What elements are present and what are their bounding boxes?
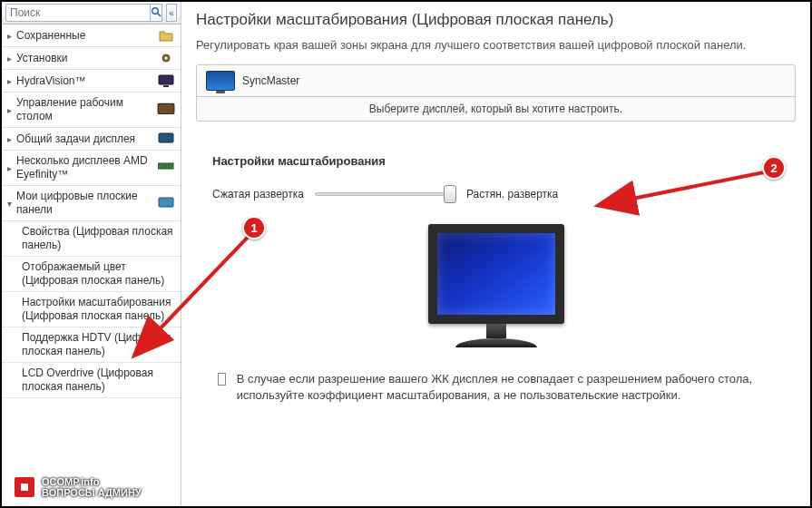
scaling-slider-row: Сжатая развертка Растян. развертка bbox=[212, 188, 779, 200]
group-title: Настройки масштабирования bbox=[212, 154, 779, 168]
sidebar-subitem-label: Свойства (Цифровая плоская панель) bbox=[22, 225, 173, 251]
sidebar-item-label: HydraVision™ bbox=[16, 74, 153, 88]
scaling-checkbox-row: В случае если разрешение вашего ЖК диспл… bbox=[212, 371, 779, 404]
scaling-slider[interactable] bbox=[315, 192, 455, 196]
slider-label-left: Сжатая развертка bbox=[212, 188, 304, 200]
folder-icon bbox=[157, 28, 175, 43]
desktop-icon bbox=[157, 103, 175, 117]
sidebar-item-desktop-mgmt[interactable]: ▸ Управление рабочим столом bbox=[2, 93, 181, 128]
sidebar-item-label: Несколько дисплеев AMD Eyefinity™ bbox=[16, 154, 153, 181]
sidebar-subitem-label: Отображаемый цвет (Цифровая плоская пане… bbox=[22, 260, 164, 287]
multi-display-icon bbox=[157, 161, 175, 175]
sidebar-subnav-dfp: Свойства (Цифровая плоская панель) Отобр… bbox=[2, 221, 181, 398]
chevron-right-icon: ▸ bbox=[7, 31, 16, 41]
flat-panel-icon bbox=[157, 196, 175, 210]
sidebar-subitem-hdtv[interactable]: Поддержка HDTV (Цифровая плоская панель) bbox=[2, 327, 181, 363]
collapse-sidebar-button[interactable]: « bbox=[166, 4, 177, 22]
chevron-double-left-icon: « bbox=[169, 8, 174, 18]
sidebar-item-dfp[interactable]: ▾ Мои цифровые плоские панели bbox=[2, 186, 181, 221]
main-panel: Настройки масштабирования (Цифровая плос… bbox=[181, 2, 810, 506]
sidebar-item-eyefinity[interactable]: ▸ Несколько дисплеев AMD Eyefinity™ bbox=[2, 151, 181, 186]
monitor-preview-screen bbox=[428, 224, 564, 324]
search-input[interactable] bbox=[5, 4, 151, 22]
sidebar-item-label: Управление рабочим столом bbox=[16, 96, 153, 123]
svg-rect-5 bbox=[163, 85, 169, 87]
sidebar-item-label: Установки bbox=[16, 52, 153, 65]
scaling-checkbox[interactable] bbox=[218, 373, 226, 386]
svg-rect-4 bbox=[159, 75, 173, 84]
sidebar-item-display-tasks[interactable]: ▸ Общий задачи дисплея bbox=[2, 128, 181, 151]
chevron-right-icon: ▸ bbox=[7, 76, 16, 86]
sidebar-item-presets[interactable]: ▸ Установки bbox=[2, 47, 181, 70]
scaling-settings-group: Настройки масштабирования Сжатая разверт… bbox=[196, 142, 796, 416]
chevron-right-icon: ▸ bbox=[7, 134, 16, 144]
svg-point-0 bbox=[152, 7, 158, 13]
monitor-stand-icon bbox=[486, 324, 506, 338]
display-name: SyncMaster bbox=[242, 74, 299, 87]
search-row: « bbox=[2, 2, 181, 24]
slider-label-right: Растян. развертка bbox=[466, 188, 558, 200]
display-icon bbox=[157, 132, 175, 146]
svg-rect-7 bbox=[159, 133, 173, 142]
svg-point-3 bbox=[165, 57, 168, 60]
settings-icon bbox=[157, 51, 175, 65]
sidebar-subitem-scaling[interactable]: Настройки масштабирования (Цифровая плос… bbox=[2, 292, 181, 327]
svg-rect-6 bbox=[158, 103, 174, 113]
monitor-base-icon bbox=[455, 338, 537, 347]
display-row[interactable]: SyncMaster bbox=[197, 65, 795, 96]
sidebar-subitem-label: Настройки масштабирования (Цифровая плос… bbox=[22, 296, 171, 322]
display-hint: Выберите дисплей, который вы хотите наст… bbox=[197, 96, 795, 121]
svg-rect-8 bbox=[158, 163, 165, 169]
monitor-icon bbox=[157, 73, 175, 88]
monitor-preview bbox=[415, 224, 578, 347]
svg-rect-9 bbox=[166, 163, 173, 169]
chevron-down-icon: ▾ bbox=[7, 199, 16, 209]
sidebar-item-label: Общий задачи дисплея bbox=[16, 132, 153, 146]
sidebar-item-hydravision[interactable]: ▸ HydraVision™ bbox=[2, 70, 181, 93]
sidebar-subitem-label: Поддержка HDTV (Цифровая плоская панель) bbox=[22, 331, 171, 357]
display-selector: SyncMaster Выберите дисплей, который вы … bbox=[196, 64, 796, 122]
chevron-right-icon: ▸ bbox=[7, 54, 16, 64]
search-button[interactable] bbox=[151, 4, 162, 22]
sidebar-item-label: Сохраненные bbox=[16, 29, 153, 43]
scaling-checkbox-label: В случае если разрешение вашего ЖК диспл… bbox=[237, 371, 774, 404]
monitor-thumb-icon bbox=[206, 71, 235, 91]
search-icon bbox=[151, 6, 161, 20]
page-description: Регулировать края вашей зоны экрана для … bbox=[196, 38, 796, 52]
sidebar-subitem-label: LCD Overdrive (Цифровая плоская панель) bbox=[22, 366, 153, 393]
sidebar-nav: ▸ Сохраненные ▸ Установки ▸ HydraVision™ bbox=[2, 24, 181, 506]
chevron-right-icon: ▸ bbox=[7, 105, 16, 115]
chevron-right-icon: ▸ bbox=[7, 163, 16, 173]
sidebar-subitem-properties[interactable]: Свойства (Цифровая плоская панель) bbox=[2, 221, 181, 257]
sidebar-item-label: Мои цифровые плоские панели bbox=[16, 190, 153, 217]
page-title: Настройки масштабирования (Цифровая плос… bbox=[196, 11, 796, 29]
sidebar-subitem-overdrive[interactable]: LCD Overdrive (Цифровая плоская панель) bbox=[2, 363, 181, 398]
sidebar-subitem-color[interactable]: Отображаемый цвет (Цифровая плоская пане… bbox=[2, 257, 181, 292]
sidebar: « ▸ Сохраненные ▸ Установки ▸ HydraVisio… bbox=[2, 2, 181, 506]
sidebar-item-saved[interactable]: ▸ Сохраненные bbox=[2, 24, 181, 47]
svg-line-1 bbox=[158, 13, 161, 16]
svg-rect-10 bbox=[159, 198, 173, 207]
slider-thumb[interactable] bbox=[444, 185, 456, 203]
